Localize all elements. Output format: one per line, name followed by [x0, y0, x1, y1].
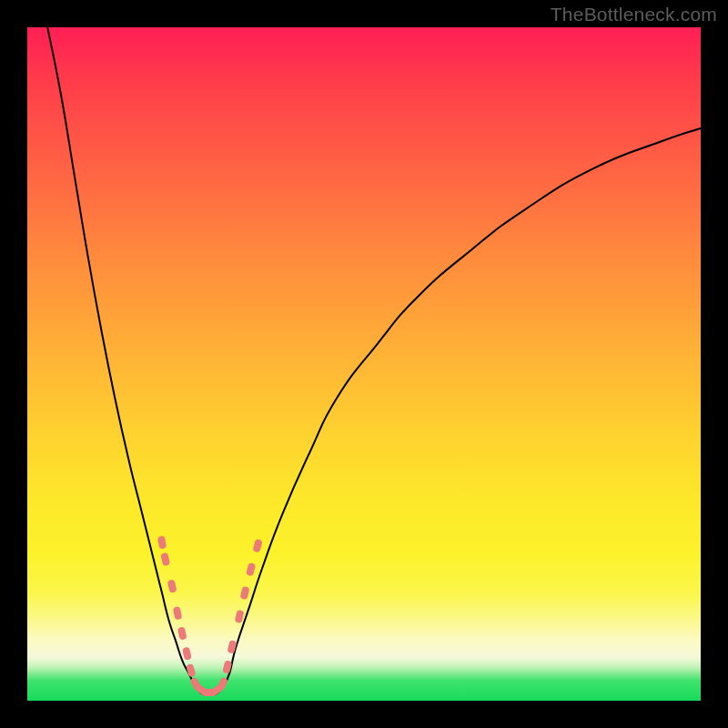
watermark-text: TheBottleneck.com — [551, 4, 717, 25]
gradient-background — [27, 27, 701, 701]
chart-container: TheBottleneck.com — [0, 0, 728, 728]
plot-area — [27, 27, 701, 701]
